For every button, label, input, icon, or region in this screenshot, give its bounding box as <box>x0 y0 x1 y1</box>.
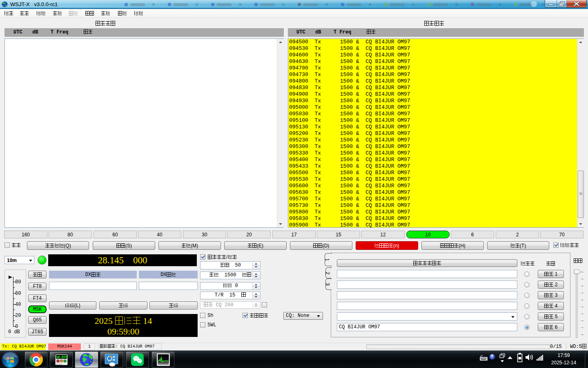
svg-text:14.070: 14.070 <box>56 355 68 359</box>
